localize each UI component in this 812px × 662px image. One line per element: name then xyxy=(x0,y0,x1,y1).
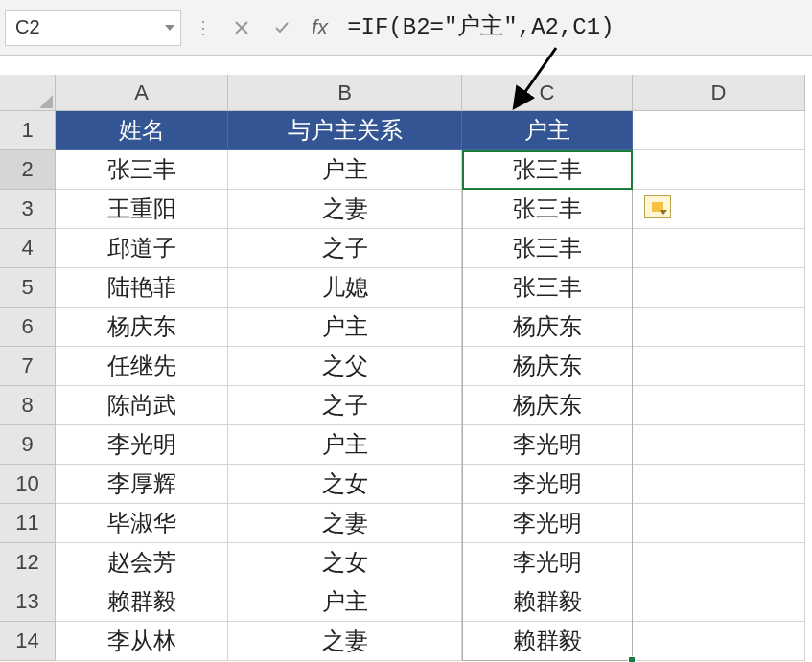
cell-B2[interactable]: 户主 xyxy=(228,150,462,190)
cell-B8[interactable]: 之子 xyxy=(228,386,462,425)
cell-D1[interactable] xyxy=(633,111,805,150)
cell-C13[interactable]: 赖群毅 xyxy=(462,582,633,622)
cell-D5[interactable] xyxy=(633,268,805,308)
enter-button[interactable] xyxy=(266,11,298,44)
table-header-C[interactable]: 户主 xyxy=(462,111,633,150)
cell-C7[interactable]: 杨庆东 xyxy=(462,347,633,386)
row-header-6[interactable]: 6 xyxy=(0,308,56,347)
row-header-9[interactable]: 9 xyxy=(0,425,56,465)
autofill-options-button[interactable] xyxy=(644,195,671,218)
formula-bar: C2 ⋮ fx =IF(B2="户主",A2,C1) xyxy=(0,0,812,56)
cell-B6[interactable]: 户主 xyxy=(228,308,462,347)
cell-C12[interactable]: 李光明 xyxy=(462,543,633,582)
cell-A2[interactable]: 张三丰 xyxy=(56,150,228,190)
row-header-7[interactable]: 7 xyxy=(0,347,56,386)
formula-input[interactable]: =IF(B2="户主",A2,C1) xyxy=(347,10,807,46)
fx-label[interactable]: fx xyxy=(306,15,339,40)
cell-B3[interactable]: 之妻 xyxy=(228,190,462,229)
row-header-4[interactable]: 4 xyxy=(0,229,56,268)
cell-A5[interactable]: 陆艳菲 xyxy=(56,268,228,308)
name-box-value: C2 xyxy=(15,16,40,38)
cell-D2[interactable] xyxy=(633,150,805,190)
cell-D4[interactable] xyxy=(633,229,805,268)
cell-A7[interactable]: 任继先 xyxy=(56,347,228,386)
cell-C4[interactable]: 张三丰 xyxy=(462,229,633,268)
cell-B10[interactable]: 之女 xyxy=(228,465,462,504)
name-box-resize-handle[interactable]: ⋮ xyxy=(189,17,218,38)
cell-B4[interactable]: 之子 xyxy=(228,229,462,268)
table-header-B[interactable]: 与户主关系 xyxy=(228,111,462,150)
cell-C11[interactable]: 李光明 xyxy=(462,504,633,543)
cell-B11[interactable]: 之妻 xyxy=(228,504,462,543)
cell-B9[interactable]: 户主 xyxy=(228,425,462,465)
cell-C5[interactable]: 张三丰 xyxy=(462,268,633,308)
cell-A4[interactable]: 邱道子 xyxy=(56,229,228,268)
cell-B13[interactable]: 户主 xyxy=(228,582,462,622)
row-header-8[interactable]: 8 xyxy=(0,386,56,425)
cell-D13[interactable] xyxy=(633,582,805,622)
cell-B5[interactable]: 儿媳 xyxy=(228,268,462,308)
cell-A8[interactable]: 陈尚武 xyxy=(56,386,228,425)
row-header-12[interactable]: 12 xyxy=(0,543,56,582)
select-all-corner[interactable] xyxy=(0,75,56,111)
cell-C3[interactable]: 张三丰 xyxy=(462,190,633,229)
cell-D14[interactable] xyxy=(633,622,805,661)
row-header-11[interactable]: 11 xyxy=(0,504,56,543)
cell-C8[interactable]: 杨庆东 xyxy=(462,386,633,425)
cell-C6[interactable]: 杨庆东 xyxy=(462,308,633,347)
cell-A6[interactable]: 杨庆东 xyxy=(56,308,228,347)
row-header-3[interactable]: 3 xyxy=(0,190,56,229)
cell-D6[interactable] xyxy=(633,308,805,347)
check-icon xyxy=(273,19,290,36)
cell-D12[interactable] xyxy=(633,543,805,582)
row-header-10[interactable]: 10 xyxy=(0,465,56,504)
cancel-button[interactable] xyxy=(225,11,258,44)
cell-B12[interactable]: 之女 xyxy=(228,543,462,582)
fill-handle[interactable] xyxy=(628,656,636,662)
cell-A12[interactable]: 赵会芳 xyxy=(56,543,228,582)
spacer xyxy=(0,56,812,75)
name-box[interactable]: C2 xyxy=(5,10,181,46)
cell-A9[interactable]: 李光明 xyxy=(56,425,228,465)
cell-A11[interactable]: 毕淑华 xyxy=(56,504,228,543)
cell-D8[interactable] xyxy=(633,386,805,425)
cell-C2[interactable]: 张三丰 xyxy=(462,150,633,190)
cell-A13[interactable]: 赖群毅 xyxy=(56,582,228,622)
cell-A14[interactable]: 李从林 xyxy=(56,622,228,661)
cell-C10[interactable]: 李光明 xyxy=(462,465,633,504)
cell-D10[interactable] xyxy=(633,465,805,504)
cell-C9[interactable]: 李光明 xyxy=(462,425,633,465)
cell-C14[interactable]: 赖群毅 xyxy=(462,622,633,661)
x-icon xyxy=(234,20,249,35)
column-header-C[interactable]: C xyxy=(462,75,633,111)
row-header-13[interactable]: 13 xyxy=(0,582,56,622)
cell-D9[interactable] xyxy=(633,425,805,465)
cell-B14[interactable]: 之妻 xyxy=(228,622,462,661)
column-header-D[interactable]: D xyxy=(633,75,805,111)
row-header-14[interactable]: 14 xyxy=(0,622,56,661)
chevron-down-icon[interactable] xyxy=(165,25,174,31)
row-header-1[interactable]: 1 xyxy=(0,111,56,150)
spreadsheet-grid[interactable]: ABCD1姓名与户主关系户主2张三丰户主张三丰3王重阳之妻张三丰4邱道子之子张三… xyxy=(0,75,812,661)
table-header-A[interactable]: 姓名 xyxy=(56,111,228,150)
cell-A10[interactable]: 李厚辉 xyxy=(56,465,228,504)
row-header-2[interactable]: 2 xyxy=(0,150,56,190)
cell-D11[interactable] xyxy=(633,504,805,543)
cell-D7[interactable] xyxy=(633,347,805,386)
column-header-B[interactable]: B xyxy=(228,75,462,111)
cell-B7[interactable]: 之父 xyxy=(228,347,462,386)
column-header-A[interactable]: A xyxy=(56,75,228,111)
cell-A3[interactable]: 王重阳 xyxy=(56,190,228,229)
row-header-5[interactable]: 5 xyxy=(0,268,56,308)
